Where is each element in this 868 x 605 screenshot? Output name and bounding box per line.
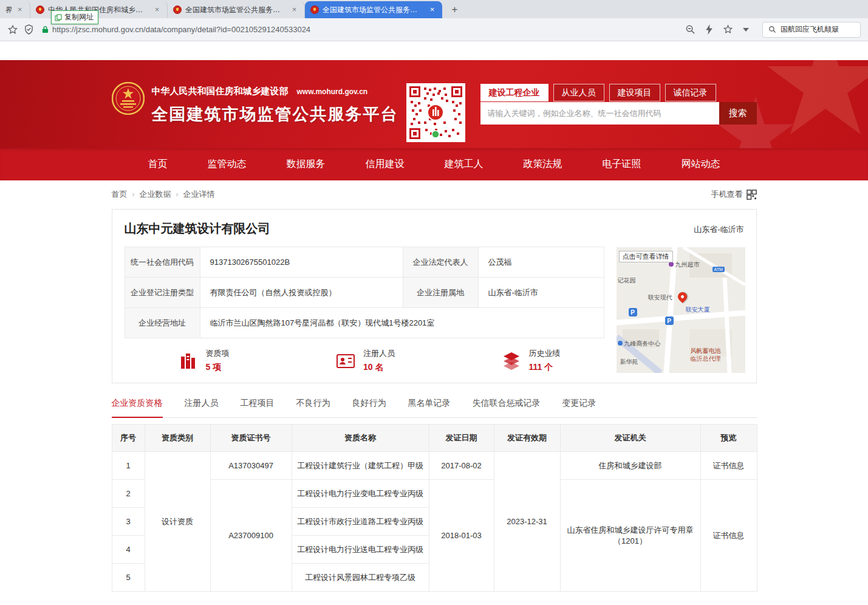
hot-search-box[interactable]: 国航回应飞机颠簸 xyxy=(762,22,861,38)
search-tab-personnel[interactable]: 从业人员 xyxy=(553,84,604,101)
chevron-down-icon[interactable] xyxy=(743,28,749,32)
ministry-name: 中华人民共和国住房和城乡建设部 xyxy=(152,86,289,97)
browser-tab-jzsc-active[interactable]: 全国建筑市场监管公共服务平台 × xyxy=(305,1,442,18)
lightning-icon[interactable] xyxy=(705,24,713,35)
favorite-star-icon[interactable] xyxy=(723,24,733,35)
omnibox[interactable]: https://jzsc.mohurd.gov.cn/data/company/… xyxy=(42,25,679,34)
address-value: 临沂市兰山区陶然路107号星河晶都（联安）现代城1号楼2201室 xyxy=(200,308,604,338)
bookmark-star-icon[interactable] xyxy=(7,24,18,35)
nav-item-home[interactable]: 首页 xyxy=(148,158,168,171)
close-icon[interactable]: × xyxy=(15,5,24,15)
map-label-supermarket: 九州超市 xyxy=(675,261,700,269)
search-icon xyxy=(768,26,776,33)
search-tab-credit[interactable]: 诚信记录 xyxy=(665,84,716,101)
new-tab-button[interactable]: + xyxy=(447,2,462,17)
certificate-stack-icon xyxy=(178,350,199,371)
cell-name: 工程设计市政行业道路工程专业丙级 xyxy=(292,508,429,536)
tab-change-records[interactable]: 变更记录 xyxy=(562,398,596,417)
site-safety-shield-icon[interactable] xyxy=(24,24,33,35)
domicile-label: 企业注册属地 xyxy=(403,278,478,308)
breadcrumb-home[interactable]: 首页 xyxy=(112,189,128,200)
breadcrumb-company-data[interactable]: 企业数据 xyxy=(140,189,171,200)
parking-icon: P xyxy=(665,316,674,325)
site-favicon-icon xyxy=(173,5,182,14)
tab-qualifications[interactable]: 企业资质资格 xyxy=(112,398,163,418)
stat-value: 111 个 xyxy=(529,362,561,373)
zoom-icon[interactable] xyxy=(685,24,695,35)
copy-url-tooltip: 复制网址 xyxy=(51,10,98,24)
copy-url-tooltip-text: 复制网址 xyxy=(64,12,94,22)
header-search-area: 建设工程企业 从业人员 建设项目 诚信记录 搜索 xyxy=(480,84,757,125)
nav-item-site-news[interactable]: 网站动态 xyxy=(682,158,720,171)
stat-label: 资质项 xyxy=(206,348,230,359)
company-summary-card: 山东中元建筑设计有限公司 山东省-临沂市 统一社会信用代码 9137130267… xyxy=(112,209,757,383)
tab-bad-behavior[interactable]: 不良行为 xyxy=(296,398,330,417)
mobile-view-toggle[interactable]: 手机查看 xyxy=(711,189,757,200)
url-text: https://jzsc.mohurd.gov.cn/data/company/… xyxy=(52,25,310,34)
layers-icon xyxy=(501,350,522,371)
supermarket-poi-icon xyxy=(669,262,674,267)
national-emblem-logo xyxy=(112,82,145,115)
search-tab-project[interactable]: 建设项目 xyxy=(609,84,660,101)
cell-issue-date: 2017-08-02 xyxy=(429,452,494,480)
map-hint: 点击可查看详情 xyxy=(619,251,673,262)
nav-item-data-service[interactable]: 数据服务 xyxy=(287,158,326,171)
col-seq: 序号 xyxy=(112,425,145,452)
col-category: 资质类别 xyxy=(145,425,210,452)
company-info-table: 统一社会信用代码 91371302675501022B 企业法定代表人 公茂福 … xyxy=(125,247,604,338)
cell-valid-until: 2023-12-31 xyxy=(494,452,560,592)
col-issue-date: 发证日期 xyxy=(429,425,494,452)
tab-dishonesty-records[interactable]: 失信联合惩戒记录 xyxy=(473,398,541,417)
search-tab-enterprise[interactable]: 建设工程企业 xyxy=(480,84,548,101)
cert-info-link[interactable]: 证书信息 xyxy=(700,452,757,480)
stat-label: 历史业绩 xyxy=(529,348,561,359)
site-favicon-icon xyxy=(36,5,44,14)
hot-search-text: 国航回应飞机颠簸 xyxy=(781,24,839,35)
https-lock-icon xyxy=(42,26,49,33)
company-location-map[interactable]: 点击可查看详情 九州超市 ATM 记花园 联安现代 联安大厦 P P 九峰商务中… xyxy=(617,247,745,373)
header-qr-code xyxy=(406,83,465,142)
nav-item-policy[interactable]: 政策法规 xyxy=(524,158,562,171)
cert-info-link[interactable]: 证书信息 xyxy=(700,480,757,592)
nav-item-supervision[interactable]: 监管动态 xyxy=(208,158,247,171)
nav-item-workers[interactable]: 建筑工人 xyxy=(445,158,484,171)
search-category-tabs: 建设工程企业 从业人员 建设项目 诚信记录 xyxy=(480,84,757,101)
qualification-table: 序号 资质类别 资质证书号 资质名称 发证日期 发证有效期 发证机关 预览 1 … xyxy=(112,424,757,592)
tab-good-behavior[interactable]: 良好行为 xyxy=(352,398,386,417)
site-header: 中华人民共和国住房和城乡建设部 www.mohurd.gov.cn 全国建筑市场… xyxy=(0,60,868,148)
main-content: 首页 › 企业数据 › 企业详情 手机查看 山东中元建筑设计有限公司 山东省-临… xyxy=(112,189,757,592)
cell-seq: 5 xyxy=(112,564,145,592)
cell-name: 工程设计电力行业送电工程专业丙级 xyxy=(292,536,429,564)
browser-tab-partial[interactable]: 界 × xyxy=(0,1,30,18)
tab-registered-personnel[interactable]: 注册人员 xyxy=(185,398,219,417)
keyword-search-input[interactable] xyxy=(480,102,719,125)
mobile-view-label: 手机查看 xyxy=(711,189,743,200)
close-icon[interactable]: × xyxy=(290,5,299,15)
cell-name: 工程设计电力行业变电工程专业丙级 xyxy=(292,480,429,508)
tab-title: 界 xyxy=(5,5,12,15)
map-label-battery-2: 临沂总代理 xyxy=(691,355,721,363)
map-label-garden: 记花园 xyxy=(618,276,636,285)
person-card-icon xyxy=(335,350,356,371)
qr-grid-icon xyxy=(747,190,757,200)
tab-projects[interactable]: 工程项目 xyxy=(241,398,275,417)
close-icon[interactable]: × xyxy=(428,5,437,15)
col-cert-no: 资质证书号 xyxy=(210,425,292,452)
atm-marker: ATM xyxy=(713,267,725,272)
tab-title: 全国建筑市场监管公共服务平台 xyxy=(323,5,424,15)
table-header-row: 序号 资质类别 资质证书号 资质名称 发证日期 发证有效期 发证机关 预览 xyxy=(112,425,757,452)
nav-item-e-license[interactable]: 电子证照 xyxy=(603,158,641,171)
search-button[interactable]: 搜索 xyxy=(719,102,757,125)
ministry-url: www.mohurd.gov.cn xyxy=(297,87,368,96)
urlbar-action-icons xyxy=(685,24,749,35)
browser-tab-jzsc-1[interactable]: 全国建筑市场监管公共服务平台 × xyxy=(168,1,305,18)
map-label-lian-an-modern: 联安现代 xyxy=(648,293,672,302)
cell-cert-no: A237009100 xyxy=(210,480,292,592)
nav-item-credit[interactable]: 信用建设 xyxy=(366,158,405,171)
cell-issue-date: 2018-01-03 xyxy=(429,480,494,592)
breadcrumb: 首页 › 企业数据 › 企业详情 xyxy=(112,189,215,200)
domicile-value: 山东省-临沂市 xyxy=(478,278,604,308)
breadcrumb-separator: › xyxy=(176,190,179,199)
close-icon[interactable]: × xyxy=(152,5,162,15)
tab-blacklist[interactable]: 黑名单记录 xyxy=(408,398,451,417)
